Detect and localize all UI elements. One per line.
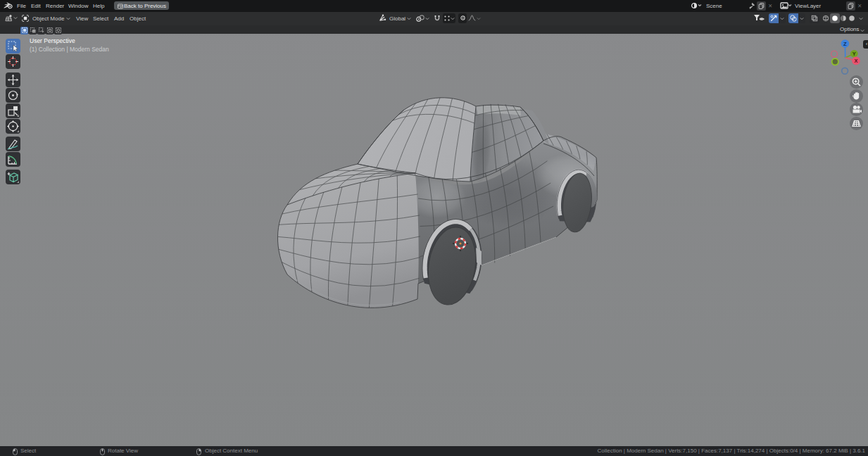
svg-text:X: X	[854, 58, 857, 64]
svg-text:Z: Z	[843, 41, 847, 47]
svg-text:Y: Y	[853, 51, 856, 57]
